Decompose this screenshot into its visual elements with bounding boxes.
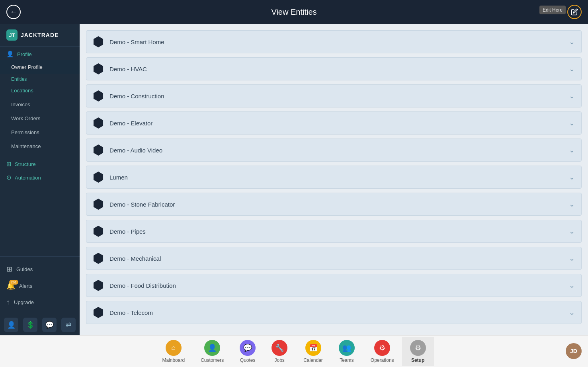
entity-row-left: Demo - Audio Video xyxy=(93,144,162,156)
chat-action-button[interactable]: 💬 xyxy=(42,318,57,332)
quotes-nav-icon: 💬 xyxy=(240,340,256,356)
entity-row[interactable]: Demo - Smart Home ⌄ xyxy=(86,30,582,53)
entity-row[interactable]: Demo - Food Distribution ⌄ xyxy=(86,274,582,297)
entity-row-left: Demo - Food Distribution xyxy=(93,280,176,291)
calendar-nav-label: Calendar xyxy=(303,357,323,363)
sidebar-item-owner-profile[interactable]: Owner Profile xyxy=(0,60,80,74)
sidebar-automation-section[interactable]: ⊙ Automation xyxy=(0,170,80,184)
quotes-nav-label: Quotes xyxy=(240,357,256,363)
share-action-button[interactable]: ⇄ xyxy=(61,318,76,332)
chevron-down-icon: ⌄ xyxy=(569,227,575,236)
bottom-nav-item-calendar[interactable]: 📅 Calendar xyxy=(295,337,331,366)
sidebar-structure-section[interactable]: ⊞ Structure xyxy=(0,156,80,170)
edit-icon-button[interactable] xyxy=(567,5,582,19)
bottom-nav-item-quotes[interactable]: 💬 Quotes xyxy=(232,337,264,366)
entity-hex-icon xyxy=(93,199,104,210)
entity-row[interactable]: Demo - HVAC ⌄ xyxy=(86,57,582,80)
entity-name: Demo - Construction xyxy=(109,93,164,100)
operations-nav-label: Operations xyxy=(371,357,394,363)
entity-row-left: Demo - HVAC xyxy=(93,63,147,74)
entity-name: Demo - Food Distribution xyxy=(109,282,176,289)
user-action-button[interactable]: 👤 xyxy=(4,318,18,332)
jobs-nav-icon: 🔧 xyxy=(272,340,287,356)
entity-hex-icon xyxy=(93,144,104,156)
bottom-nav-item-setup[interactable]: ⚙ Setup xyxy=(402,337,434,366)
entity-hex-icon xyxy=(93,90,104,102)
sidebar-alerts-item[interactable]: 🔔 261 Alerts xyxy=(0,277,80,294)
chevron-down-icon: ⌄ xyxy=(569,92,575,100)
sidebar-action-icons: 👤 💲 💬 ⇄ xyxy=(0,314,80,335)
entity-row[interactable]: Demo - Audio Video ⌄ xyxy=(86,139,582,162)
entity-row[interactable]: Demo - Stone Fabricator ⌄ xyxy=(86,193,582,216)
entity-row-left: Demo - Telecom xyxy=(93,307,153,318)
bottom-nav-item-operations[interactable]: ⚙ Operations xyxy=(363,337,402,366)
profile-icon: 👤 xyxy=(6,51,14,58)
entity-name: Lumen xyxy=(109,174,128,181)
sidebar-item-maintenance[interactable]: Maintenance xyxy=(0,139,80,153)
chevron-down-icon: ⌄ xyxy=(569,254,575,263)
sidebar-upgrade-item[interactable]: ↑ Upgrade xyxy=(0,294,80,310)
alerts-badge: 261 xyxy=(9,280,18,285)
entity-row[interactable]: Demo - Pipes ⌄ xyxy=(86,220,582,243)
sidebar-item-locations[interactable]: Locations xyxy=(0,84,80,98)
entity-row[interactable]: Demo - Mechanical ⌄ xyxy=(86,247,582,270)
sidebar-item-invoices[interactable]: Invoices xyxy=(0,98,80,111)
chevron-down-icon: ⌄ xyxy=(569,308,575,317)
automation-icon: ⊙ xyxy=(6,174,12,181)
entity-row[interactable]: Demo - Elevator ⌄ xyxy=(86,111,582,135)
setup-nav-icon: ⚙ xyxy=(410,340,426,356)
chevron-down-icon: ⌄ xyxy=(569,281,575,290)
entity-row-left: Demo - Stone Fabricator xyxy=(93,199,175,210)
dollar-action-button[interactable]: 💲 xyxy=(23,318,37,332)
customers-nav-icon: 👤 xyxy=(204,340,220,356)
entity-hex-icon xyxy=(93,253,104,264)
sidebar-item-work-orders[interactable]: Work Orders xyxy=(0,111,80,125)
chevron-down-icon: ⌄ xyxy=(569,146,575,154)
entity-row-left: Lumen xyxy=(93,172,128,183)
entity-hex-icon xyxy=(93,280,104,291)
entity-row-left: Demo - Pipes xyxy=(93,226,146,237)
entity-row[interactable]: Demo - Telecom ⌄ xyxy=(86,301,582,324)
calendar-nav-icon: 📅 xyxy=(305,340,321,356)
mainboard-nav-label: Mainboard xyxy=(162,357,185,363)
bottom-nav-item-mainboard[interactable]: ⌂ Mainboard xyxy=(154,337,193,366)
sidebar-guides-item[interactable]: ⊞ Guides xyxy=(0,261,80,277)
entity-row[interactable]: Demo - Construction ⌄ xyxy=(86,84,582,107)
teams-nav-label: Teams xyxy=(340,357,354,363)
bottom-nav-item-customers[interactable]: 👤 Customers xyxy=(193,337,232,366)
user-icon: 👤 xyxy=(7,321,16,329)
sidebar-item-permissions[interactable]: Permissions xyxy=(0,125,80,139)
chevron-down-icon: ⌄ xyxy=(569,64,575,73)
entity-name: Demo - Audio Video xyxy=(109,147,162,154)
bottom-nav-item-jobs[interactable]: 🔧 Jobs xyxy=(264,337,295,366)
top-header: ← View Entities Edit Here xyxy=(0,0,588,24)
teams-nav-icon: 👥 xyxy=(339,340,355,356)
entity-row-left: Demo - Smart Home xyxy=(93,36,164,47)
logo-text: JACKTRADE xyxy=(21,32,59,38)
entity-name: Demo - HVAC xyxy=(109,66,147,72)
chevron-down-icon: ⌄ xyxy=(569,173,575,182)
setup-nav-label: Setup xyxy=(411,357,424,363)
automation-label: Automation xyxy=(15,175,41,181)
entity-row-left: Demo - Construction xyxy=(93,90,164,102)
page-title: View Entities xyxy=(271,8,316,17)
bottom-nav: ⌂ Mainboard 👤 Customers 💬 Quotes 🔧 Jobs … xyxy=(0,335,588,367)
sidebar-profile-section[interactable]: 👤 Profile xyxy=(0,47,80,60)
back-button[interactable]: ← xyxy=(6,5,21,19)
customers-nav-label: Customers xyxy=(201,357,224,363)
sidebar-entities-label: Entities xyxy=(0,74,80,84)
alerts-icon: 🔔 261 xyxy=(6,281,15,290)
chevron-down-icon: ⌄ xyxy=(569,37,575,46)
edit-icon xyxy=(571,8,578,16)
entity-name: Demo - Stone Fabricator xyxy=(109,201,175,208)
bottom-nav-item-teams[interactable]: 👥 Teams xyxy=(331,337,363,366)
edit-here-tooltip: Edit Here xyxy=(539,6,566,14)
avatar-button[interactable]: JD xyxy=(566,343,582,359)
structure-label: Structure xyxy=(15,161,36,167)
guides-icon: ⊞ xyxy=(6,265,12,273)
mainboard-nav-icon: ⌂ xyxy=(166,340,182,356)
entity-name: Demo - Pipes xyxy=(109,228,146,235)
chevron-down-icon: ⌄ xyxy=(569,200,575,209)
entity-row[interactable]: Lumen ⌄ xyxy=(86,166,582,189)
chat-icon: 💬 xyxy=(45,321,54,329)
